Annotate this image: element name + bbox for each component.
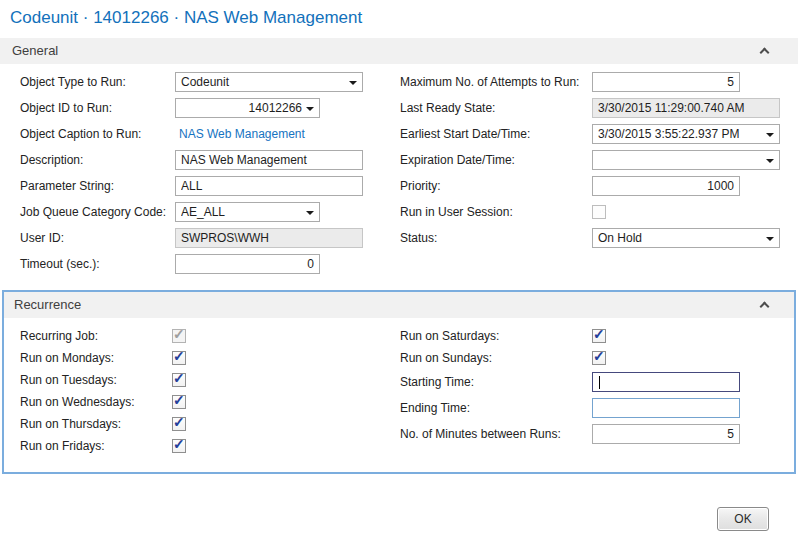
page-title: Codeunit · 14012266 · NAS Web Management xyxy=(10,8,362,28)
earliest-start-row: Earliest Start Date/Time: 3/30/2015 3:55… xyxy=(400,121,785,147)
run-on-sundays-checkbox[interactable]: ✓ xyxy=(592,351,606,365)
recurring-job-row: Recurring Job: ✓ xyxy=(20,325,370,347)
run-on-thursdays-label: Run on Thursdays: xyxy=(20,417,172,431)
recurring-job-checkbox: ✓ xyxy=(172,329,186,343)
max-attempts-input[interactable]: 5 xyxy=(592,72,740,92)
run-on-sundays-label: Run on Sundays: xyxy=(400,351,592,365)
minutes-between-runs-input[interactable]: 5 xyxy=(592,424,740,444)
recurrence-right-column: Run on Saturdays: ✓ Run on Sundays: ✓ St… xyxy=(400,325,785,447)
ending-time-row: Ending Time: xyxy=(400,395,785,421)
status-value: On Hold xyxy=(598,231,762,245)
job-queue-category-value: AE_ALL xyxy=(181,205,302,219)
dropdown-arrow-icon[interactable] xyxy=(349,81,357,85)
parameter-string-label: Parameter String: xyxy=(20,179,175,193)
ok-button[interactable]: OK xyxy=(717,507,769,531)
run-on-fridays-label: Run on Fridays: xyxy=(20,439,172,453)
user-id-label: User ID: xyxy=(20,231,175,245)
expiration-label: Expiration Date/Time: xyxy=(400,153,592,167)
run-on-fridays-row: Run on Fridays: ✓ xyxy=(20,435,370,457)
parameter-string-input[interactable]: ALL xyxy=(175,176,363,196)
object-caption-row: Object Caption to Run: NAS Web Managemen… xyxy=(20,121,370,147)
dropdown-arrow-icon[interactable] xyxy=(766,133,774,137)
recurrence-section-header[interactable]: Recurrence xyxy=(4,292,794,318)
minutes-between-runs-label: No. of Minutes between Runs: xyxy=(400,427,592,441)
general-section-label: General xyxy=(12,38,58,64)
expiration-select[interactable] xyxy=(592,150,780,170)
object-id-select[interactable]: 14012266 xyxy=(175,98,320,118)
status-label: Status: xyxy=(400,231,592,245)
last-ready-state-label: Last Ready State: xyxy=(400,101,592,115)
object-caption-link[interactable]: NAS Web Management xyxy=(175,127,305,141)
timeout-row: Timeout (sec.): 0 xyxy=(20,251,370,277)
ending-time-label: Ending Time: xyxy=(400,401,592,415)
collapse-chevron-icon[interactable] xyxy=(760,302,770,312)
earliest-start-value: 3/30/2015 3:55:22.937 PM xyxy=(598,127,762,141)
job-queue-category-row: Job Queue Category Code: AE_ALL xyxy=(20,199,370,225)
run-on-fridays-checkbox[interactable]: ✓ xyxy=(172,439,186,453)
recurrence-section-label: Recurrence xyxy=(14,292,81,318)
run-on-mondays-checkbox[interactable]: ✓ xyxy=(172,351,186,365)
description-input[interactable]: NAS Web Management xyxy=(175,150,363,170)
description-row: Description: NAS Web Management xyxy=(20,147,370,173)
starting-time-label: Starting Time: xyxy=(400,375,592,389)
max-attempts-value: 5 xyxy=(598,75,734,89)
collapse-chevron-icon[interactable] xyxy=(760,48,770,58)
timeout-label: Timeout (sec.): xyxy=(20,257,175,271)
dropdown-arrow-icon[interactable] xyxy=(766,237,774,241)
priority-row: Priority: 1000 xyxy=(400,173,785,199)
object-type-value: Codeunit xyxy=(181,75,345,89)
object-type-row: Object Type to Run: Codeunit xyxy=(20,69,370,95)
run-on-mondays-row: Run on Mondays: ✓ xyxy=(20,347,370,369)
description-value: NAS Web Management xyxy=(181,153,357,167)
minutes-between-runs-row: No. of Minutes between Runs: 5 xyxy=(400,421,785,447)
object-id-label: Object ID to Run: xyxy=(20,101,175,115)
run-on-mondays-label: Run on Mondays: xyxy=(20,351,172,365)
run-in-user-session-label: Run in User Session: xyxy=(400,205,592,219)
max-attempts-row: Maximum No. of Attempts to Run: 5 xyxy=(400,69,785,95)
last-ready-state-readonly-field: 3/30/2015 11:29:00.740 AM xyxy=(592,98,780,118)
earliest-start-select[interactable]: 3/30/2015 3:55:22.937 PM xyxy=(592,124,780,144)
description-label: Description: xyxy=(20,153,175,167)
earliest-start-label: Earliest Start Date/Time: xyxy=(400,127,592,141)
user-id-readonly-field: SWPROS\WWH xyxy=(175,228,363,248)
run-on-tuesdays-row: Run on Tuesdays: ✓ xyxy=(20,369,370,391)
dropdown-arrow-icon[interactable] xyxy=(306,211,314,215)
run-on-saturdays-checkbox[interactable]: ✓ xyxy=(592,329,606,343)
general-section-header[interactable]: General xyxy=(0,38,798,64)
run-in-user-session-row: Run in User Session: ✓ xyxy=(400,199,785,225)
ending-time-input[interactable] xyxy=(592,398,740,418)
run-on-tuesdays-checkbox[interactable]: ✓ xyxy=(172,373,186,387)
dropdown-arrow-icon[interactable] xyxy=(766,159,774,163)
run-on-saturdays-row: Run on Saturdays: ✓ xyxy=(400,325,785,347)
run-on-sundays-row: Run on Sundays: ✓ xyxy=(400,347,785,369)
run-on-wednesdays-label: Run on Wednesdays: xyxy=(20,395,172,409)
object-type-select[interactable]: Codeunit xyxy=(175,72,363,92)
object-type-label: Object Type to Run: xyxy=(20,75,175,89)
max-attempts-label: Maximum No. of Attempts to Run: xyxy=(400,75,592,89)
dropdown-arrow-icon[interactable] xyxy=(306,107,314,111)
job-queue-category-select[interactable]: AE_ALL xyxy=(175,202,320,222)
recurring-job-label: Recurring Job: xyxy=(20,329,172,343)
general-right-column: Maximum No. of Attempts to Run: 5 Last R… xyxy=(400,69,785,251)
user-id-row: User ID: SWPROS\WWH xyxy=(20,225,370,251)
run-on-thursdays-checkbox[interactable]: ✓ xyxy=(172,417,186,431)
expiration-row: Expiration Date/Time: xyxy=(400,147,785,173)
run-in-user-session-checkbox[interactable]: ✓ xyxy=(592,205,606,219)
run-on-saturdays-label: Run on Saturdays: xyxy=(400,329,592,343)
status-select[interactable]: On Hold xyxy=(592,228,780,248)
priority-label: Priority: xyxy=(400,179,592,193)
run-on-wednesdays-checkbox[interactable]: ✓ xyxy=(172,395,186,409)
timeout-value: 0 xyxy=(181,257,314,271)
parameter-string-row: Parameter String: ALL xyxy=(20,173,370,199)
timeout-input[interactable]: 0 xyxy=(175,254,320,274)
last-ready-state-row: Last Ready State: 3/30/2015 11:29:00.740… xyxy=(400,95,785,121)
starting-time-row: Starting Time: xyxy=(400,369,785,395)
priority-input[interactable]: 1000 xyxy=(592,176,740,196)
user-id-value: SWPROS\WWH xyxy=(181,231,357,245)
status-row: Status: On Hold xyxy=(400,225,785,251)
starting-time-input[interactable] xyxy=(592,372,740,392)
job-queue-category-label: Job Queue Category Code: xyxy=(20,205,175,219)
last-ready-state-value: 3/30/2015 11:29:00.740 AM xyxy=(598,101,774,115)
run-on-thursdays-row: Run on Thursdays: ✓ xyxy=(20,413,370,435)
object-caption-label: Object Caption to Run: xyxy=(20,127,175,141)
